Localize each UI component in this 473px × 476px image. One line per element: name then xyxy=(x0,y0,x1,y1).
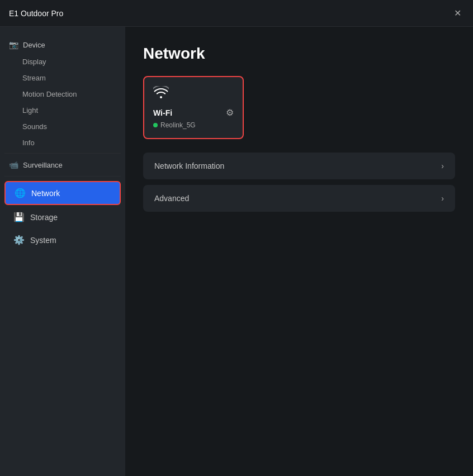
page-title: Network xyxy=(143,45,455,63)
close-button[interactable]: ✕ xyxy=(451,7,464,20)
camera-icon: 📷 xyxy=(9,40,18,49)
wifi-label: Wi-Fi xyxy=(153,108,172,117)
main-content: Network Wi-Fi ⚙ Reolink_5G xyxy=(125,27,473,476)
sidebar-item-system[interactable]: ⚙️ System xyxy=(4,229,121,251)
titlebar: E1 Outdoor Pro ✕ xyxy=(0,0,473,27)
sidebar-item-storage[interactable]: 💾 Storage xyxy=(4,206,121,228)
sidebar: 📷 Device Display Stream Motion Detection… xyxy=(0,27,125,476)
wifi-connected-dot xyxy=(153,123,158,127)
sidebar-item-light-label: Light xyxy=(22,106,38,115)
wifi-settings-icon[interactable]: ⚙ xyxy=(226,107,234,118)
wifi-label-row: Wi-Fi ⚙ xyxy=(153,107,234,118)
accordion-network-information[interactable]: Network Information › xyxy=(143,153,455,179)
sidebar-section-device-header: 📷 Device xyxy=(0,36,125,54)
storage-icon: 💾 xyxy=(13,212,25,222)
wifi-signal-icon xyxy=(153,86,234,102)
accordion-advanced-label: Advanced xyxy=(154,194,189,203)
sidebar-divider-2 xyxy=(4,176,121,177)
sidebar-section-surveillance-header: 📹 Surveillance xyxy=(0,156,125,174)
sidebar-item-display[interactable]: Display xyxy=(0,54,125,70)
sidebar-item-light[interactable]: Light xyxy=(0,102,125,118)
sidebar-item-stream-label: Stream xyxy=(22,74,46,82)
sidebar-item-motion-detection-label: Motion Detection xyxy=(22,90,77,98)
sidebar-item-network-label: Network xyxy=(31,189,60,198)
sidebar-section-device-label: Device xyxy=(23,41,45,49)
chevron-right-icon: › xyxy=(441,161,444,170)
app-title: E1 Outdoor Pro xyxy=(9,9,63,18)
sidebar-divider-1 xyxy=(4,153,121,154)
accordion-network-information-label: Network Information xyxy=(154,161,224,170)
sidebar-item-sounds[interactable]: Sounds xyxy=(0,118,125,135)
surveillance-icon: 📹 xyxy=(9,160,18,169)
accordion-advanced[interactable]: Advanced › xyxy=(143,185,455,212)
globe-icon: 🌐 xyxy=(15,188,26,198)
sidebar-item-sounds-label: Sounds xyxy=(22,122,47,131)
sidebar-item-system-label: System xyxy=(30,236,56,245)
sidebar-item-storage-label: Storage xyxy=(30,213,58,222)
sidebar-item-info-label: Info xyxy=(22,139,35,147)
sidebar-item-stream[interactable]: Stream xyxy=(0,70,125,86)
chevron-right-icon-2: › xyxy=(441,194,444,203)
wifi-ssid-label: Reolink_5G xyxy=(160,121,196,129)
sidebar-section-surveillance-label: Surveillance xyxy=(23,161,63,169)
sidebar-item-network[interactable]: 🌐 Network xyxy=(4,181,121,205)
sidebar-section-device: 📷 Device Display Stream Motion Detection… xyxy=(0,36,125,151)
wifi-card[interactable]: Wi-Fi ⚙ Reolink_5G xyxy=(143,76,244,139)
sidebar-item-display-label: Display xyxy=(22,58,46,66)
sidebar-item-info[interactable]: Info xyxy=(0,135,125,151)
wifi-ssid-row: Reolink_5G xyxy=(153,121,234,129)
sidebar-item-motion-detection[interactable]: Motion Detection xyxy=(0,86,125,102)
sidebar-section-surveillance: 📹 Surveillance xyxy=(0,156,125,174)
system-icon: ⚙️ xyxy=(13,235,25,245)
